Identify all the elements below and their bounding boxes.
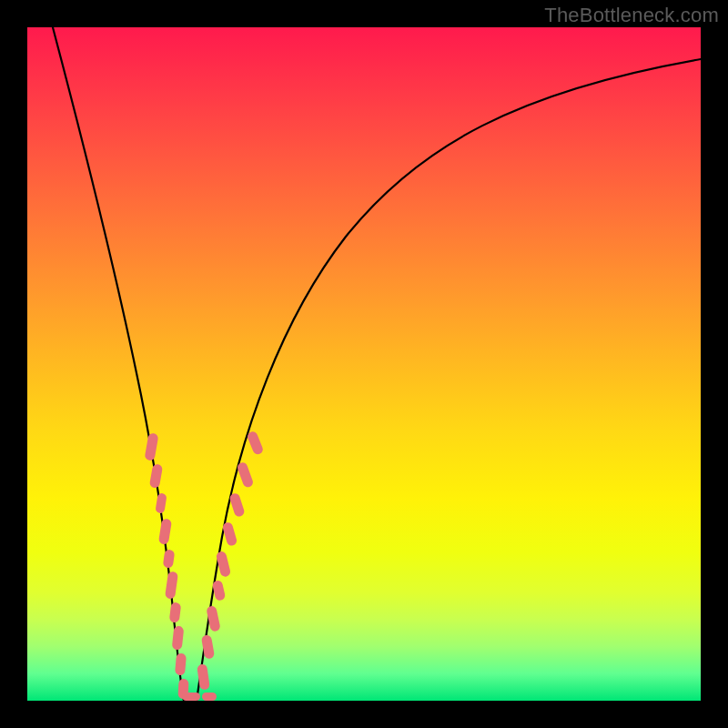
watermark-text: TheBottleneck.com bbox=[544, 4, 719, 27]
bead-cluster-bottom bbox=[182, 693, 217, 701]
curve-path bbox=[46, 0, 701, 701]
chart-frame: TheBottleneck.com bbox=[0, 0, 728, 728]
svg-rect-2 bbox=[155, 492, 167, 513]
svg-rect-3 bbox=[158, 518, 172, 544]
svg-rect-7 bbox=[172, 626, 185, 651]
bottleneck-curve bbox=[27, 27, 701, 701]
svg-rect-5 bbox=[165, 571, 178, 599]
svg-rect-1 bbox=[149, 463, 163, 489]
svg-rect-0 bbox=[144, 432, 158, 460]
svg-rect-20 bbox=[246, 430, 264, 456]
svg-rect-11 bbox=[202, 693, 217, 701]
svg-rect-4 bbox=[163, 549, 176, 568]
svg-rect-18 bbox=[228, 492, 245, 518]
svg-rect-10 bbox=[182, 693, 200, 701]
bead-cluster-right bbox=[197, 430, 264, 691]
plot-area bbox=[27, 27, 701, 701]
svg-rect-8 bbox=[175, 653, 187, 676]
bead-cluster-left bbox=[144, 432, 188, 699]
svg-rect-6 bbox=[169, 602, 182, 622]
svg-rect-15 bbox=[212, 580, 227, 602]
svg-rect-17 bbox=[222, 521, 238, 547]
svg-rect-19 bbox=[237, 461, 255, 489]
